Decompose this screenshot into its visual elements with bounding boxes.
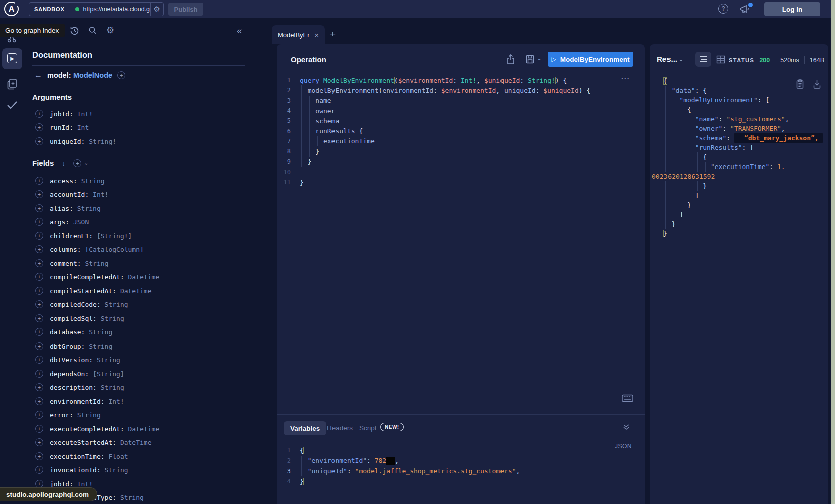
login-button[interactable]: Log in (764, 2, 820, 16)
field-name[interactable]: error: (50, 411, 77, 419)
argument-name[interactable]: jobId: (50, 110, 77, 118)
add-to-query-plus-icon[interactable]: + (35, 452, 43, 460)
tab-variables[interactable]: Variables (284, 421, 326, 435)
add-to-query-plus-icon[interactable]: + (35, 383, 43, 391)
history-icon[interactable] (69, 25, 79, 36)
field-type[interactable]: String (85, 260, 108, 267)
help-icon[interactable]: ? (718, 4, 728, 14)
breadcrumb-type-link[interactable]: ModelNode (73, 71, 112, 79)
add-to-query-plus-icon[interactable]: + (35, 328, 43, 336)
field-name[interactable]: executeCompletedAt: (50, 425, 128, 433)
code-line[interactable]: 10 (277, 167, 628, 177)
add-to-query-plus-icon[interactable]: + (35, 273, 43, 281)
field-type[interactable]: DateTime (128, 273, 160, 281)
new-tab-icon[interactable]: + (330, 29, 336, 40)
add-to-query-plus-icon[interactable]: + (35, 425, 43, 433)
field-type[interactable]: Int! (93, 191, 108, 198)
code-line[interactable]: { (650, 152, 828, 162)
code-line[interactable]: "schema": “dbt_mary_jackson”, (650, 133, 828, 143)
argument-name[interactable]: runId: (50, 124, 77, 131)
field-type[interactable]: [CatalogColumn] (85, 246, 143, 253)
field-type[interactable]: [String] (93, 370, 124, 378)
announcements-icon[interactable] (739, 4, 752, 15)
field-name[interactable]: environmentId: (50, 398, 108, 405)
checks-icon[interactable] (6, 100, 19, 111)
field-type[interactable]: String (81, 177, 105, 185)
field-name[interactable]: comment: (50, 260, 85, 267)
code-line[interactable]: 4} (277, 476, 628, 487)
field-type[interactable]: String (89, 328, 112, 336)
code-line[interactable]: ] (650, 210, 828, 219)
add-to-query-plus-icon[interactable]: + (35, 466, 43, 474)
endpoint-url[interactable]: https://metadata.cloud.get (83, 6, 150, 13)
code-line[interactable]: 1{ (277, 445, 628, 456)
code-line[interactable]: "runResults": [ (650, 143, 828, 152)
field-type[interactable]: DateTime (128, 425, 160, 433)
field-name[interactable]: executionTime: (50, 453, 108, 460)
code-line[interactable]: } (650, 181, 828, 191)
response-panel-title[interactable]: Res... (657, 55, 677, 63)
argument-type[interactable]: String! (89, 138, 116, 145)
field-name[interactable]: columns: (50, 246, 85, 253)
save-options-chevron-icon[interactable]: ⌄ (537, 55, 542, 62)
response-list-view-button[interactable] (695, 52, 711, 67)
code-line[interactable]: 7 executionTime (277, 136, 628, 146)
add-to-query-plus-icon[interactable]: + (35, 218, 43, 226)
connection-settings-gear-icon[interactable]: ⚙ (150, 3, 163, 16)
code-line[interactable]: "executionTime": 1. (650, 162, 828, 172)
field-type[interactable]: JSON (73, 218, 89, 226)
add-to-query-plus-icon[interactable]: + (35, 300, 43, 308)
argument-type[interactable]: Int (77, 124, 89, 131)
code-line[interactable]: 3 "uniqueId": "model.jaffle_shop_metrics… (277, 466, 628, 476)
field-name[interactable]: childrenL1: (50, 232, 97, 240)
field-name[interactable]: compiledSql: (50, 315, 101, 322)
add-field-plus-icon[interactable]: + (117, 71, 125, 79)
save-operation-icon[interactable] (525, 54, 535, 65)
add-to-query-plus-icon[interactable]: + (35, 204, 43, 212)
collapse-variables-chevrons-icon[interactable] (622, 423, 631, 432)
add-to-query-plus-icon[interactable]: + (35, 245, 43, 253)
add-to-query-plus-icon[interactable]: + (35, 356, 43, 364)
back-arrow-icon[interactable]: ← (34, 71, 42, 80)
field-type[interactable]: String (105, 466, 128, 474)
code-line[interactable]: "data": { (650, 86, 828, 95)
add-to-query-plus-icon[interactable]: + (35, 110, 43, 118)
argument-name[interactable]: uniqueId: (50, 138, 89, 145)
field-type[interactable]: Int! (108, 398, 124, 405)
field-type[interactable]: String (77, 205, 101, 212)
argument-type[interactable]: Int! (77, 110, 93, 118)
field-type[interactable]: DateTime (120, 439, 152, 446)
add-to-query-plus-icon[interactable]: + (35, 397, 43, 405)
endpoint-url-control[interactable]: SANDBOX https://metadata.cloud.get ⚙ (29, 2, 164, 16)
add-to-query-plus-icon[interactable]: + (35, 370, 43, 378)
code-line[interactable]: "modelByEnvironment": [ (650, 95, 828, 105)
field-type[interactable]: String (120, 494, 144, 501)
add-to-query-plus-icon[interactable]: + (35, 190, 43, 198)
field-name[interactable]: executeStartedAt: (50, 439, 120, 446)
add-to-query-plus-icon[interactable]: + (35, 137, 43, 145)
response-table-view-icon[interactable] (716, 55, 725, 64)
add-to-query-plus-icon[interactable]: + (35, 232, 43, 240)
add-to-query-plus-icon[interactable]: + (35, 177, 43, 185)
field-type[interactable]: String (101, 384, 124, 391)
code-line[interactable]: 2 modelByEnvironment(environmentId: $env… (277, 85, 628, 95)
code-line[interactable]: } (650, 229, 828, 238)
field-name[interactable]: compiledCode: (50, 301, 105, 308)
tab-headers[interactable]: Headers (327, 424, 353, 432)
field-name[interactable]: invocationId: (50, 466, 105, 474)
field-type[interactable]: String (97, 356, 120, 364)
code-line[interactable]: 2 "environmentId": 782, (277, 456, 628, 466)
field-name[interactable]: alias: (50, 205, 77, 212)
code-line[interactable]: 6 runResults { (277, 126, 628, 136)
code-line[interactable]: 5 schema (277, 116, 628, 126)
field-name[interactable]: accountId: (50, 191, 93, 198)
explorer-icon[interactable]: ▶ (7, 53, 17, 63)
add-to-query-plus-icon[interactable]: + (35, 259, 43, 267)
code-line[interactable]: } (650, 219, 828, 229)
add-to-query-plus-icon[interactable]: + (35, 438, 43, 446)
field-type[interactable]: Float (108, 453, 128, 460)
editor-hints-ellipsis-icon[interactable]: ⋯ (621, 73, 630, 84)
field-name[interactable]: jobId: (50, 480, 77, 488)
keyboard-shortcuts-icon[interactable] (622, 394, 633, 402)
field-name[interactable]: args: (50, 218, 73, 226)
